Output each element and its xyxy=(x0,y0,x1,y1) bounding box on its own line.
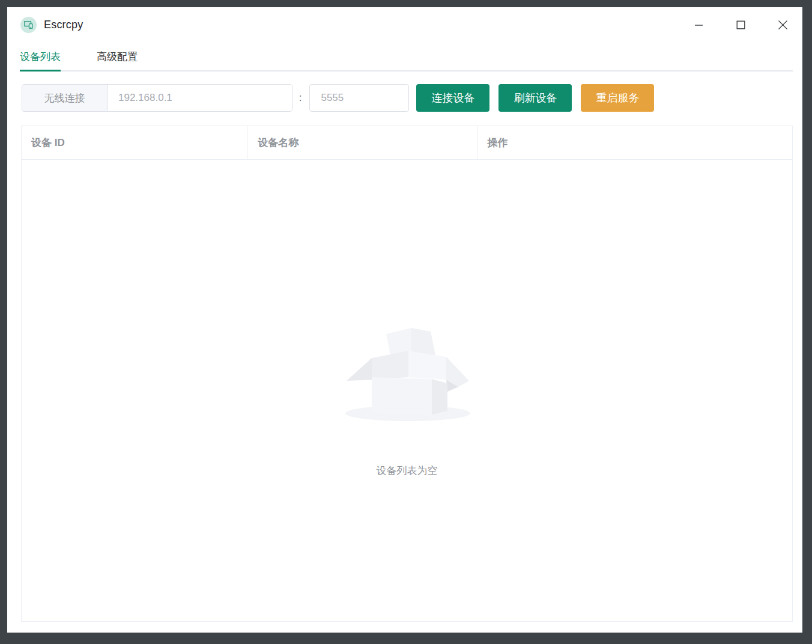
minimize-button[interactable] xyxy=(686,13,711,37)
close-button[interactable] xyxy=(770,13,795,37)
window-controls xyxy=(669,13,802,37)
device-table-body: 设备列表为空 xyxy=(22,160,792,621)
connection-toolbar: 无线连接 : 连接设备 刷新设备 重启服务 xyxy=(22,84,793,112)
ip-address-input[interactable] xyxy=(108,85,292,111)
tab-advanced-config-label: 高级配置 xyxy=(97,50,138,64)
minimize-icon xyxy=(694,20,703,29)
ip-port-separator: : xyxy=(299,93,301,103)
maximize-button[interactable] xyxy=(728,13,753,37)
app-title: Escrcpy xyxy=(44,19,83,31)
empty-box-icon xyxy=(341,323,474,427)
device-table-header: 设备 ID 设备名称 操作 xyxy=(22,126,792,160)
column-header-device-id: 设备 ID xyxy=(22,126,248,159)
device-table: 设备 ID 设备名称 操作 xyxy=(21,126,793,622)
column-header-device-name: 设备名称 xyxy=(248,126,477,159)
wireless-connect-label: 无线连接 xyxy=(22,85,108,111)
empty-state: 设备列表为空 xyxy=(341,323,474,478)
close-icon xyxy=(778,20,788,30)
tab-device-list[interactable]: 设备列表 xyxy=(20,42,61,71)
tab-advanced-config[interactable]: 高级配置 xyxy=(97,42,138,71)
titlebar: Escrcpy xyxy=(7,7,802,42)
wireless-address-group: 无线连接 xyxy=(22,84,292,112)
maximize-icon xyxy=(736,20,745,29)
app-window: Escrcpy 设备列表 xyxy=(7,7,802,633)
refresh-devices-button[interactable]: 刷新设备 xyxy=(498,84,572,112)
column-header-actions: 操作 xyxy=(478,126,792,159)
tab-bar: 设备列表 高级配置 xyxy=(7,42,802,71)
screen-mirror-glyph xyxy=(24,21,33,29)
tab-device-list-label: 设备列表 xyxy=(20,50,61,64)
empty-state-text: 设备列表为空 xyxy=(377,464,438,478)
port-input[interactable] xyxy=(309,84,409,112)
restart-service-button[interactable]: 重启服务 xyxy=(581,84,654,112)
app-logo-icon xyxy=(20,17,37,33)
connect-device-button[interactable]: 连接设备 xyxy=(416,84,489,112)
